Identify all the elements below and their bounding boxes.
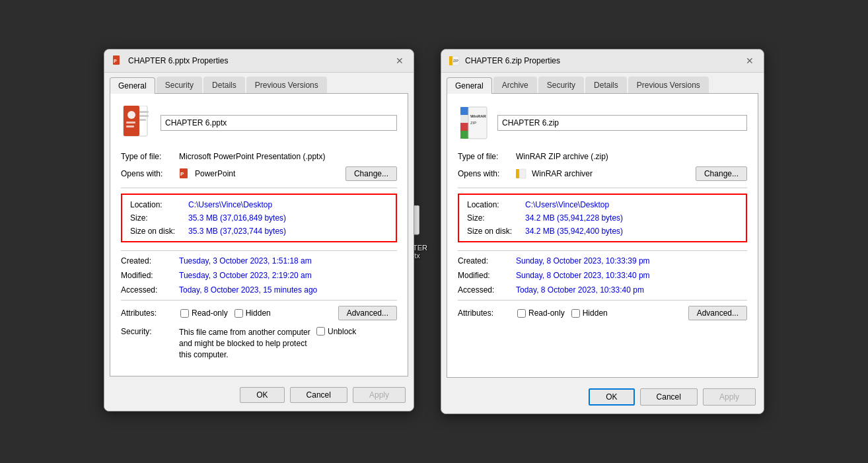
svg-text:ZIP: ZIP	[453, 59, 458, 63]
pptx-modified-value: Tuesday, 3 October 2023, 2:19:20 am	[179, 271, 397, 280]
zip-hidden-checkbox[interactable]	[571, 309, 580, 318]
zip-modified-label: Modified:	[458, 271, 511, 280]
zip-change-button[interactable]: Change...	[696, 166, 747, 181]
svg-rect-23	[139, 119, 146, 121]
pptx-hidden-checkbox[interactable]	[235, 309, 243, 318]
zip-filename-input[interactable]	[497, 115, 747, 131]
svg-rect-17	[124, 106, 139, 136]
pptx-type-row: Type of file: Microsoft PowerPoint Prese…	[121, 152, 397, 161]
zip-title-icon: ZIP	[449, 55, 460, 66]
pptx-filename-input[interactable]	[161, 115, 397, 131]
zip-apply-button[interactable]: Apply	[703, 388, 756, 406]
pptx-accessed-row: Accessed: Today, 8 October 2023, 15 minu…	[121, 285, 397, 295]
pptx-readonly-checkbox[interactable]	[180, 309, 189, 318]
zip-title-bar: ZIP CHAPTER 6.zip Properties ✕	[441, 50, 764, 73]
zip-attrs-row: Attributes: Read-only Hidden Advanced...	[458, 306, 747, 320]
zip-readonly-text: Read-only	[528, 308, 565, 318]
pptx-hidden-checkbox-label[interactable]: Hidden	[235, 308, 271, 318]
tab-general-pptx[interactable]: General	[110, 77, 155, 94]
zip-highlight-box: Location: C:\Users\Vince\Desktop Size: 3…	[458, 194, 747, 242]
zip-type-row: Type of file: WinRAR ZIP archive (.zip)	[458, 152, 747, 161]
svg-point-18	[127, 111, 135, 119]
pptx-highlight-box: Location: C:\Users\Vince\Desktop Size: 3…	[121, 194, 397, 242]
pptx-created-label: Created:	[121, 256, 174, 266]
desktop: P CHAPTER6.pptx WinRAR ZIP CHAPTER6	[0, 0, 868, 463]
zip-readonly-checkbox-label[interactable]: Read-only	[517, 308, 565, 318]
svg-text:P: P	[114, 59, 117, 63]
zip-created-value: Sunday, 8 October 2023, 10:33:39 pm	[516, 256, 747, 266]
pptx-location-label: Location:	[130, 200, 183, 209]
zip-readonly-checkbox[interactable]	[517, 309, 526, 318]
svg-rect-31	[460, 115, 468, 123]
zip-opens-app: WinRAR archiver	[532, 169, 685, 178]
zip-size-on-disk-value: 34.2 MB (35,942,400 bytes)	[525, 227, 738, 236]
zip-bottom-buttons: OK Cancel Apply	[441, 383, 764, 413]
tab-prev-versions-zip[interactable]: Previous Versions	[628, 77, 709, 93]
zip-cancel-button[interactable]: Cancel	[640, 388, 698, 406]
pptx-attrs-row: Attributes: Read-only Hidden Advanced...	[121, 306, 397, 320]
pptx-tabs-bar: General Security Details Previous Versio…	[104, 73, 414, 93]
pptx-close-button[interactable]: ✕	[394, 55, 406, 67]
pptx-accessed-label: Accessed:	[121, 285, 174, 295]
pptx-modified-label: Modified:	[121, 271, 174, 280]
tab-archive-zip[interactable]: Archive	[493, 77, 537, 93]
windows-container: P CHAPTER 6.pptx Properties ✕ General Se…	[104, 49, 764, 414]
pptx-apply-button[interactable]: Apply	[353, 387, 406, 403]
zip-accessed-value: Today, 8 October 2023, 10:33:40 pm	[516, 285, 747, 295]
tab-details-pptx[interactable]: Details	[203, 77, 245, 93]
divider3	[121, 300, 397, 301]
zip-properties-window: ZIP CHAPTER 6.zip Properties ✕ General A…	[441, 49, 764, 414]
zip-divider2	[458, 250, 747, 251]
zip-hidden-checkbox-label[interactable]: Hidden	[571, 308, 608, 318]
powerpoint-small-icon: P	[179, 168, 190, 179]
zip-file-header: WinRAR ZIP	[458, 104, 747, 141]
pptx-bottom-buttons: OK Cancel Apply	[104, 382, 414, 411]
pptx-change-button[interactable]: Change...	[345, 166, 397, 181]
zip-window-title: CHAPTER 6.zip Properties	[465, 56, 560, 65]
pptx-advanced-button[interactable]: Advanced...	[338, 306, 397, 320]
tab-details-zip[interactable]: Details	[585, 77, 627, 93]
svg-text:ZIP: ZIP	[470, 121, 476, 125]
pptx-cancel-button[interactable]: Cancel	[290, 387, 347, 403]
zip-size-on-disk-label: Size on disk:	[467, 227, 520, 236]
pptx-ok-button[interactable]: OK	[240, 387, 284, 403]
zip-accessed-row: Accessed: Today, 8 October 2023, 10:33:4…	[458, 285, 747, 295]
zip-ok-button[interactable]: OK	[589, 388, 634, 406]
pptx-title-left: P CHAPTER 6.pptx Properties	[112, 55, 228, 66]
zip-size-value: 34.2 MB (35,941,228 bytes)	[525, 213, 738, 223]
pptx-readonly-checkbox-label[interactable]: Read-only	[180, 308, 228, 318]
pptx-size-on-disk-row: Size on disk: 35.3 MB (37,023,744 bytes)	[130, 227, 388, 236]
svg-rect-26	[449, 56, 452, 65]
pptx-unblock-label[interactable]: Unblock	[316, 327, 356, 336]
zip-divider3	[458, 300, 747, 301]
zip-advanced-button[interactable]: Advanced...	[688, 306, 747, 320]
pptx-opens-row: Opens with: P PowerPoint Change...	[121, 166, 397, 181]
pptx-type-label: Type of file:	[121, 152, 174, 161]
pptx-readonly-text: Read-only	[192, 308, 228, 318]
divider2	[121, 250, 397, 251]
pptx-location-value: C:\Users\Vince\Desktop	[188, 200, 388, 209]
zip-close-button[interactable]: ✕	[744, 55, 756, 67]
winrar-small-icon	[516, 168, 526, 179]
zip-modified-row: Modified: Sunday, 8 October 2023, 10:33:…	[458, 271, 747, 280]
tab-general-zip[interactable]: General	[447, 77, 492, 94]
tab-security-zip[interactable]: Security	[538, 77, 584, 93]
zip-opens-row: Opens with: WinRAR archiver Change...	[458, 166, 747, 181]
pptx-size-on-disk-label: Size on disk:	[130, 227, 183, 236]
svg-rect-33	[460, 131, 468, 139]
pptx-security-row: Security: This file came from another co…	[121, 327, 397, 360]
pptx-content: Type of file: Microsoft PowerPoint Prese…	[110, 93, 408, 376]
divider1	[121, 188, 397, 188]
pptx-unblock-checkbox[interactable]	[316, 327, 325, 336]
pptx-modified-row: Modified: Tuesday, 3 October 2023, 2:19:…	[121, 271, 397, 280]
pptx-opens-label: Opens with:	[121, 169, 174, 178]
pptx-location-row: Location: C:\Users\Vince\Desktop	[130, 200, 388, 209]
pptx-type-value: Microsoft PowerPoint Presentation (.pptx…	[179, 152, 397, 161]
tab-prev-versions-pptx[interactable]: Previous Versions	[246, 77, 327, 93]
pptx-opens-app: PowerPoint	[195, 169, 335, 178]
tab-security-pptx[interactable]: Security	[157, 77, 202, 93]
zip-tabs-bar: General Archive Security Details Previou…	[441, 73, 764, 93]
pptx-created-row: Created: Tuesday, 3 October 2023, 1:51:1…	[121, 256, 397, 266]
svg-rect-22	[139, 115, 149, 117]
zip-content: WinRAR ZIP Type of file: WinRAR ZIP arch…	[447, 93, 758, 378]
